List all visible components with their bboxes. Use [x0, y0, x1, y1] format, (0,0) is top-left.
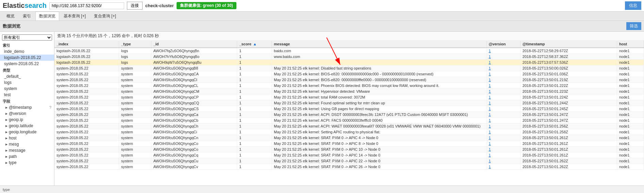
- table-cell: 2018-05-22T13:07:57.536Z: [520, 60, 617, 65]
- table-row[interactable]: system-2018.05.22systemAWOIHSfcu5O6Qhyng…: [54, 152, 644, 158]
- info-button[interactable]: 信息: [625, 1, 641, 10]
- table-row[interactable]: system-2018.05.22systemAWOIHSfcu5O6Qhyng…: [54, 94, 644, 100]
- expand-icon: ▶: [5, 131, 7, 134]
- sidebar-item-type-test[interactable]: test: [0, 92, 54, 98]
- table-cell: system: [119, 123, 151, 129]
- table-cell: AWOIHSfcu5O6QhyngqCi: [151, 129, 237, 135]
- table-cell: node1: [617, 123, 644, 129]
- table-row[interactable]: system-2018.05.22systemAWOIHSfcu5O6Qhyng…: [54, 100, 644, 106]
- tab-basic-query[interactable]: 基本查询 [+]: [60, 12, 89, 20]
- table-cell[interactable]: 1: [486, 106, 520, 112]
- url-input[interactable]: [49, 2, 124, 9]
- table-cell[interactable]: 1: [486, 60, 520, 65]
- sidebar-item-inde-demo[interactable]: inde_demo: [0, 48, 54, 55]
- query-info: 查询 15 个分片中用的 15 个，1295 命中，耗时 0.026 秒: [54, 32, 644, 41]
- col-header-id[interactable]: _id: [151, 41, 237, 48]
- table-cell[interactable]: 1: [486, 141, 520, 147]
- sidebar-item-type-system[interactable]: system: [0, 86, 54, 92]
- col-header-host[interactable]: host: [617, 41, 644, 48]
- table-cell: AWOIHSfcu5O6QhyngqCQ: [151, 100, 237, 106]
- table-row[interactable]: system-2018.05.22systemAWOIHSfcu5O6Qhyng…: [54, 71, 644, 77]
- table-row[interactable]: system-2018.05.22systemAWOIHSfcu5O6Qhyng…: [54, 112, 644, 118]
- table-cell: system-2018.05.22: [54, 158, 119, 164]
- table-cell: May 20 21:52:25 elk kernel: SRAT: PXM 0 …: [272, 158, 487, 164]
- table-cell[interactable]: 1: [486, 158, 520, 164]
- table-row[interactable]: system-2018.05.22systemAWOIHSfcu5O6Qhyng…: [54, 147, 644, 152]
- table-cell[interactable]: 1: [486, 118, 520, 123]
- sidebar-field-type[interactable]: ▶ type: [0, 160, 54, 166]
- table-cell[interactable]: 1: [486, 100, 520, 106]
- sidebar-field-timestamp[interactable]: ▶ @timestamp ?: [0, 104, 54, 110]
- table-row[interactable]: logstash-2018.05.22logsAWOH7fqZu5O6Qhyng…: [54, 48, 644, 54]
- sidebar-field-mesg[interactable]: ▶ mesg: [0, 141, 54, 147]
- col-header-version[interactable]: @version: [486, 41, 520, 48]
- table-row[interactable]: system-2018.05.22systemAWOIHSfcu5O6Qhyng…: [54, 135, 644, 141]
- table-row[interactable]: system-2018.05.22systemAWOIHSfcu5O6Qhyng…: [54, 83, 644, 89]
- table-cell: 1: [237, 129, 272, 135]
- col-header-timestamp[interactable]: @timestamp: [520, 41, 617, 48]
- table-cell: node1: [617, 71, 644, 77]
- sidebar-item-type-default[interactable]: _default_: [0, 73, 54, 79]
- col-header-type[interactable]: _type: [119, 41, 151, 48]
- sidebar-field-geoip-lon[interactable]: ▶ geoip.longitude: [0, 129, 54, 135]
- table-cell[interactable]: 1: [486, 54, 520, 60]
- table-row[interactable]: system-2018.05.22systemAWOIHSfcu5O6Qhyng…: [54, 89, 644, 94]
- table-cell[interactable]: 1: [486, 65, 520, 71]
- table-row[interactable]: system-2018.05.22systemAWOIHSfcu5O6Qhyng…: [54, 65, 644, 71]
- table-cell: May 20 21:52:25 elk kernel: SRAT: PXM 0 …: [272, 147, 487, 152]
- sidebar-item-type-logs[interactable]: logs: [0, 79, 54, 86]
- table-cell: www.baidu.com: [272, 54, 487, 60]
- tab-overview[interactable]: 概览: [3, 12, 18, 20]
- sidebar-field-host[interactable]: ▶ host: [0, 135, 54, 141]
- table-row[interactable]: system-2018.05.22systemAWOIHSfcu5O6Qhyng…: [54, 141, 644, 147]
- field-help-icon[interactable]: ?: [49, 105, 51, 109]
- table-cell: 2018-05-22T13:50:01.261Z: [520, 135, 617, 141]
- table-row[interactable]: system-2018.05.22systemAWOIHSfcu5O6Qhyng…: [54, 129, 644, 135]
- table-cell[interactable]: 1: [486, 152, 520, 158]
- table-cell: May 20 21:52:25 elk kernel: Disabled fas…: [272, 65, 487, 71]
- table-cell[interactable]: 1: [486, 147, 520, 152]
- table-row[interactable]: logstash-2018.05.22logsAWOH7hYfu5O6Qhyng…: [54, 54, 644, 60]
- table-row[interactable]: system-2018.05.22systemAWOIHSfcu5O6Qhyng…: [54, 118, 644, 123]
- connect-button[interactable]: 连接: [127, 2, 143, 10]
- table-cell[interactable]: 1: [486, 71, 520, 77]
- table-cell[interactable]: 1: [486, 94, 520, 100]
- table-cell[interactable]: 1: [486, 123, 520, 129]
- table-cell: 2018-05-22T13:50:01.258Z: [520, 129, 617, 135]
- index-selector[interactable]: 所有索引: [2, 34, 52, 41]
- sidebar-field-path[interactable]: ▶ path: [0, 153, 54, 160]
- tab-data-browse[interactable]: 数据浏览: [35, 12, 59, 20]
- sidebar-field-version[interactable]: ▶ @version: [0, 110, 54, 117]
- filter-button[interactable]: 筛选: [626, 22, 641, 30]
- sidebar-item-logstash[interactable]: logstash-2018.05.22: [0, 55, 54, 61]
- table-row[interactable]: logstash-2018.05.22logsAWOH9qW7u5O6Qhyng…: [54, 60, 644, 65]
- sidebar-item-system[interactable]: system-2018.05.22: [0, 61, 54, 67]
- sidebar-field-geoip-ip[interactable]: ▶ geoip.ip: [0, 117, 54, 123]
- table-cell: system: [119, 129, 151, 135]
- table-row[interactable]: system-2018.05.22systemAWOIHSfcu5O6Qhyng…: [54, 164, 644, 170]
- table-row[interactable]: system-2018.05.22systemAWOIHSfcu5O6Qhyng…: [54, 158, 644, 164]
- table-cell[interactable]: 1: [486, 77, 520, 83]
- table-cell[interactable]: 1: [486, 89, 520, 94]
- table-cell: system: [119, 89, 151, 94]
- col-header-score[interactable]: _score ▲: [237, 41, 272, 48]
- table-cell: 2018-05-22T12:58:37.362Z: [520, 54, 617, 60]
- table-row[interactable]: system-2018.05.22systemAWOIHSfcu5O6Qhyng…: [54, 123, 644, 129]
- col-header-message[interactable]: message: [272, 41, 487, 48]
- table-row[interactable]: system-2018.05.22systemAWOIHSfcu5O6Qhyng…: [54, 77, 644, 83]
- sidebar-field-message[interactable]: ▶ message: [0, 147, 54, 153]
- table-cell[interactable]: 1: [486, 135, 520, 141]
- table-cell[interactable]: 1: [486, 129, 520, 135]
- table-row[interactable]: system-2018.05.22systemAWOIHSfcu5O6Qhyng…: [54, 106, 644, 112]
- tab-compound-query[interactable]: 复合查询 [+]: [90, 12, 120, 20]
- table-cell[interactable]: 1: [486, 164, 520, 170]
- table-cell: system: [119, 71, 151, 77]
- field-timestamp-label: @timestamp: [9, 105, 32, 110]
- table-cell[interactable]: 1: [486, 83, 520, 89]
- tab-indices[interactable]: 索引: [19, 12, 35, 20]
- col-header-index[interactable]: _index: [54, 41, 119, 48]
- field-geoip-lon-label: geoip.longitude: [9, 130, 36, 134]
- table-cell[interactable]: 1: [486, 48, 520, 54]
- table-cell[interactable]: 1: [486, 112, 520, 118]
- sidebar-field-geoip-lat[interactable]: ▶ geoip.latitude: [0, 123, 54, 129]
